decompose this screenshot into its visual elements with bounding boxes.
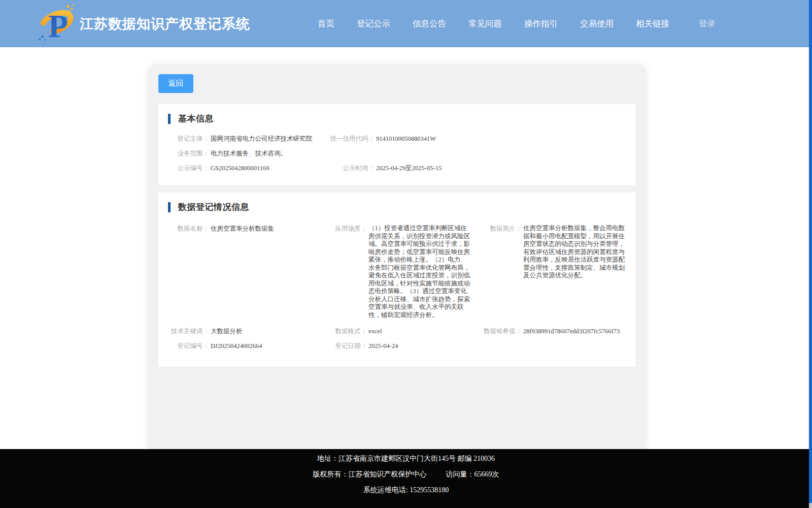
field-value: excel	[368, 328, 382, 335]
field-notice-period: 公示时间： 2025-04-29至2025-05-15	[326, 161, 635, 176]
field-value: 住房空置率分析数据集，整合用电数据和最小用电配置模型，用以开展住房空置状态的动态…	[523, 225, 628, 280]
field-value: 91410100050880341W	[376, 135, 436, 143]
field-value: （1）投资者通过空置率判断区域住房供需关系，识别投资潜力或风险区域。高空置率可能…	[368, 225, 473, 319]
field-notice-number: 公示编号： GS2025042800001169	[158, 161, 326, 176]
field-data-summary: 数据简介： 住房空置率分析数据集，整合用电数据和最小用电配置模型，用以开展住房空…	[482, 221, 635, 324]
footer-visits-label: 访问量：	[446, 470, 475, 478]
field-label: 数据格式：	[326, 327, 367, 336]
nav-transaction-use[interactable]: 交易使用	[580, 18, 614, 29]
field-label: 业务范围：	[158, 149, 209, 158]
field-label: 数据哈希值：	[482, 327, 522, 336]
field-empty	[482, 339, 635, 354]
registration-info-section: 数据登记情况信息 数据名称： 住房空置率分析数据集 应用场景： （1）投资者通过…	[158, 193, 635, 367]
basic-info-fields: 登记主体： 国网河南省电力公司经济技术研究院 统一信用代码： 914101000…	[158, 132, 635, 176]
field-data-hash: 数据哈希值： 28f938991d78607edd3f207fc5766f73	[482, 324, 635, 339]
registration-info-title: 数据登记情况信息	[178, 201, 249, 213]
field-credit-code: 统一信用代码： 91410100050880341W	[326, 132, 635, 146]
header: P 江苏数据知识产权登记系统 首页 登记公示 信息公告 常见问题 操作指引 交易…	[0, 0, 812, 47]
field-tech-keywords: 技术关键词： 大数据分析	[158, 324, 326, 339]
footer-visits-value: 65669次	[475, 470, 499, 478]
field-data-format: 数据格式： excel	[326, 324, 482, 339]
field-data-name: 数据名称： 住房空置率分析数据集	[158, 221, 326, 324]
field-value: GS2025042800001169	[211, 165, 269, 172]
field-label: 登记编号：	[158, 342, 209, 351]
nav-faq[interactable]: 常见问题	[468, 18, 502, 29]
field-value: 28f938991d78607edd3f207fc5766f73	[523, 328, 620, 335]
footer: 地址：江苏省南京市建邺区汉中门大街145号 邮编 210036 版权所有：江苏省…	[0, 449, 812, 508]
field-label: 登记日期：	[326, 342, 367, 351]
nav-registration-announcement[interactable]: 登记公示	[357, 18, 390, 29]
basic-info-header: 基本信息	[158, 113, 635, 124]
footer-copyright-line: 版权所有：江苏省知识产权保护中心访问量：65669次	[0, 466, 812, 482]
field-label: 登记主体：	[158, 135, 209, 143]
main-nav: 首页 登记公示 信息公告 常见问题 操作指引 交易使用 相关链接	[318, 18, 669, 29]
field-label: 公示编号：	[158, 164, 209, 173]
field-registrant: 登记主体： 国网河南省电力公司经济技术研究院	[158, 132, 326, 146]
field-label: 技术关键词：	[158, 327, 209, 336]
registration-info-fields: 数据名称： 住房空置率分析数据集 应用场景： （1）投资者通过空置率判断区域住房…	[158, 221, 635, 354]
field-label: 应用场景：	[326, 225, 367, 233]
footer-phone: 系统运维电话: 15295538180	[0, 482, 812, 498]
scrollbar-track[interactable]	[809, 0, 812, 508]
field-registration-date: 登记日期： 2025-04-24	[326, 339, 482, 354]
field-value: 国网河南省电力公司经济技术研究院	[211, 135, 312, 143]
footer-copyright: 版权所有：江苏省知识产权保护中心	[313, 470, 427, 478]
field-label: 数据名称：	[158, 225, 209, 233]
nav-information-notice[interactable]: 信息公告	[413, 18, 446, 29]
field-value: 大数据分析	[211, 327, 243, 336]
basic-info-section: 基本信息 登记主体： 国网河南省电力公司经济技术研究院 统一信用代码： 9141…	[158, 104, 635, 185]
footer-visits: 访问量：65669次	[446, 470, 499, 478]
field-value: DJ20250424002664	[211, 342, 262, 350]
nav-related-links[interactable]: 相关链接	[636, 18, 669, 29]
nav-operation-guide[interactable]: 操作指引	[524, 18, 558, 29]
field-value: 住房空置率分析数据集	[211, 225, 274, 233]
field-registration-number: 登记编号： DJ20250424002664	[158, 339, 326, 354]
footer-address: 地址：江苏省南京市建邺区汉中门大街145号 邮编 210036	[0, 451, 812, 466]
field-label: 数据简介：	[482, 225, 522, 233]
site-title: 江苏数据知识产权登记系统	[80, 15, 250, 33]
field-application-scenario: 应用场景： （1）投资者通过空置率判断区域住房供需关系，识别投资潜力或风险区域。…	[326, 221, 482, 324]
field-label: 统一信用代码：	[326, 135, 375, 143]
registration-info-header: 数据登记情况信息	[158, 201, 635, 213]
scrollbar-thumb[interactable]	[809, 0, 812, 503]
section-marker-bar	[168, 114, 171, 124]
back-button[interactable]: 返回	[158, 74, 193, 93]
section-marker-bar	[168, 202, 171, 212]
main-content: 返回 基本信息 登记主体： 国网河南省电力公司经济技术研究院 统一信用代码： 9…	[0, 47, 812, 449]
field-value: 电力技术服务、技术咨询。	[211, 149, 287, 158]
site-logo-icon: P	[38, 3, 75, 45]
field-label: 公示时间：	[326, 164, 375, 173]
detail-card: 返回 基本信息 登记主体： 国网河南省电力公司经济技术研究院 统一信用代码： 9…	[148, 64, 646, 449]
field-value: 2025-04-29至2025-05-15	[376, 164, 442, 173]
field-value: 2025-04-24	[368, 342, 398, 350]
svg-text:P: P	[48, 8, 68, 44]
nav-home[interactable]: 首页	[318, 18, 334, 29]
field-business-scope: 业务范围： 电力技术服务、技术咨询。	[158, 146, 635, 161]
login-link[interactable]: 登录	[699, 18, 716, 29]
basic-info-title: 基本信息	[178, 113, 214, 124]
